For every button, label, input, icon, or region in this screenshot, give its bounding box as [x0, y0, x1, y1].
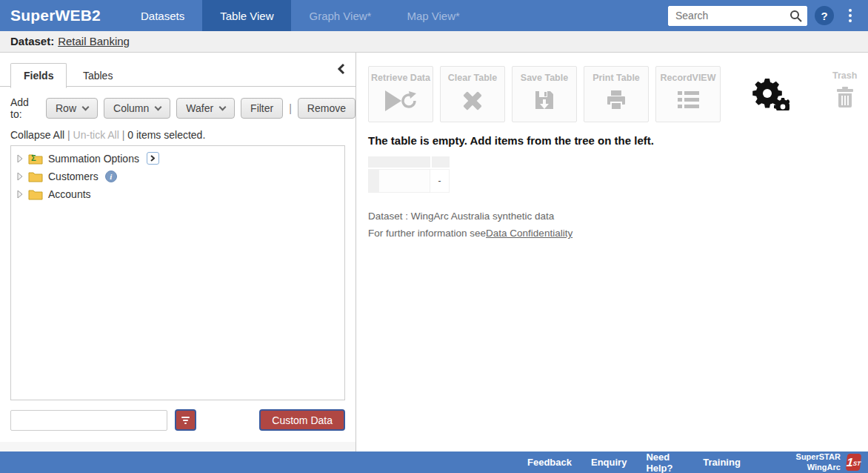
field-tree: Σ Summation Options Customers i: [10, 145, 345, 400]
empty-table-message: The table is empty. Add items from the t…: [368, 134, 868, 147]
expander-icon[interactable]: [17, 172, 23, 181]
summation-folder-icon: Σ: [28, 153, 43, 165]
nav-search: [668, 6, 807, 26]
tree-search-row: Custom Data: [10, 409, 345, 431]
wafer-dropdown[interactable]: Wafer: [176, 98, 235, 119]
chevron-down-icon: [155, 103, 162, 110]
footer-link-training[interactable]: Training: [703, 457, 741, 468]
gears-icon: [752, 76, 789, 110]
panel-bottom-strip: [0, 442, 355, 452]
footer-link-enquiry[interactable]: Enquiry: [591, 457, 627, 468]
data-confidentiality-link[interactable]: Data Confidentiality: [486, 228, 572, 239]
dataset-source-text: Dataset : WingArc Australia synthetic da…: [368, 211, 868, 222]
play-refresh-icon: [384, 90, 418, 112]
tree-item-summation-options[interactable]: Σ Summation Options: [11, 149, 344, 168]
tree-actions-row: Collapse All | Un-tick All | 0 items sel…: [10, 129, 355, 141]
column-dropdown[interactable]: Column: [104, 98, 170, 119]
tree-filter-button[interactable]: [175, 409, 196, 431]
nav-item-map-view[interactable]: Map View*: [389, 0, 477, 31]
row-dropdown[interactable]: Row: [46, 98, 98, 119]
dataset-bar: Dataset:Retail Banking: [0, 31, 868, 53]
dataset-label: Dataset:: [10, 35, 54, 47]
tree-search-input[interactable]: [10, 410, 167, 431]
superstar-logo: 1ST: [846, 454, 862, 471]
add-item-arrow-button[interactable]: [147, 152, 159, 165]
collapse-all-link[interactable]: Collapse All: [10, 129, 64, 141]
app-logo: SuperWEB2: [10, 7, 101, 24]
clear-table-button[interactable]: Clear Table: [440, 66, 505, 122]
powered-by-text: Powered by SuperSTAR WingArc Australia: [775, 442, 841, 473]
tree-item-label: Summation Options: [48, 153, 139, 165]
filter-icon: [181, 417, 190, 418]
footer-link-need-help[interactable]: Need Help?: [646, 452, 684, 473]
custom-data-button[interactable]: Custom Data: [259, 409, 345, 431]
filter-button[interactable]: Filter: [241, 98, 283, 119]
confidentiality-line: For further information seeData Confiden…: [368, 228, 868, 239]
search-input[interactable]: [668, 6, 807, 26]
recordview-button[interactable]: RecordVIEW: [655, 66, 721, 122]
separator: |: [289, 102, 292, 114]
info-icon[interactable]: i: [105, 171, 117, 182]
expander-icon[interactable]: [17, 190, 23, 199]
trash-icon: [836, 87, 854, 108]
folder-icon: [28, 171, 43, 182]
table-stub-cell: [368, 169, 379, 193]
remove-button[interactable]: Remove: [298, 98, 355, 119]
content-area: Fields Tables Add to: Row Column Wafer F…: [0, 53, 868, 452]
tree-item-label: Accounts: [48, 188, 91, 200]
tab-fields[interactable]: Fields: [10, 63, 67, 88]
trash-dropzone[interactable]: Trash: [832, 70, 857, 108]
empty-table-preview: -: [368, 156, 451, 193]
add-to-row: Add to: Row Column Wafer Filter | Remove: [10, 96, 355, 120]
table-body-cell: [379, 169, 430, 193]
print-table-button[interactable]: Print Table: [584, 66, 649, 122]
save-table-button[interactable]: Save Table: [512, 66, 577, 122]
retrieve-data-button[interactable]: Retrieve Data: [368, 66, 433, 122]
record-list-icon: [677, 90, 699, 110]
search-icon[interactable]: [789, 10, 802, 22]
untick-all-link[interactable]: Un-tick All: [73, 129, 119, 141]
table-options-button[interactable]: [752, 76, 787, 110]
table-panel: Retrieve Data Clear Table Save Table: [357, 53, 868, 452]
nav-item-table-view[interactable]: Table View: [202, 0, 291, 31]
nav-item-datasets[interactable]: Datasets: [123, 0, 202, 31]
tab-tables[interactable]: Tables: [70, 64, 125, 87]
top-nav: SuperWEB2 Datasets Table View Graph View…: [0, 0, 868, 31]
expander-icon[interactable]: [17, 154, 23, 163]
kebab-menu-icon[interactable]: [846, 6, 855, 25]
footer-link-feedback[interactable]: Feedback: [527, 457, 572, 468]
footer: Feedback Enquiry Need Help? Training Pow…: [0, 452, 868, 473]
clear-x-icon: [461, 90, 484, 112]
table-header-cell: [368, 156, 430, 168]
nav-item-graph-view[interactable]: Graph View*: [291, 0, 389, 31]
folder-icon: [28, 188, 43, 200]
tree-item-accounts[interactable]: Accounts: [11, 185, 344, 203]
table-header-cell: [432, 156, 450, 168]
table-value-cell: -: [430, 169, 450, 193]
table-toolbar: Retrieve Data Clear Table Save Table: [368, 66, 868, 122]
tree-item-label: Customers: [48, 171, 99, 182]
field-panel: Fields Tables Add to: Row Column Wafer F…: [0, 53, 356, 452]
dataset-link[interactable]: Retail Banking: [58, 35, 130, 47]
tree-item-customers[interactable]: Customers i: [11, 168, 344, 185]
items-selected-text: 0 items selected.: [127, 129, 205, 141]
printer-icon: [606, 90, 627, 110]
chevron-down-icon: [219, 103, 227, 110]
chevron-down-icon: [82, 103, 90, 110]
panel-tabs: Fields Tables: [0, 53, 355, 87]
collapse-panel-icon[interactable]: [337, 63, 345, 75]
add-to-label: Add to:: [10, 96, 40, 120]
help-icon[interactable]: ?: [815, 6, 834, 25]
save-icon: [534, 90, 555, 110]
